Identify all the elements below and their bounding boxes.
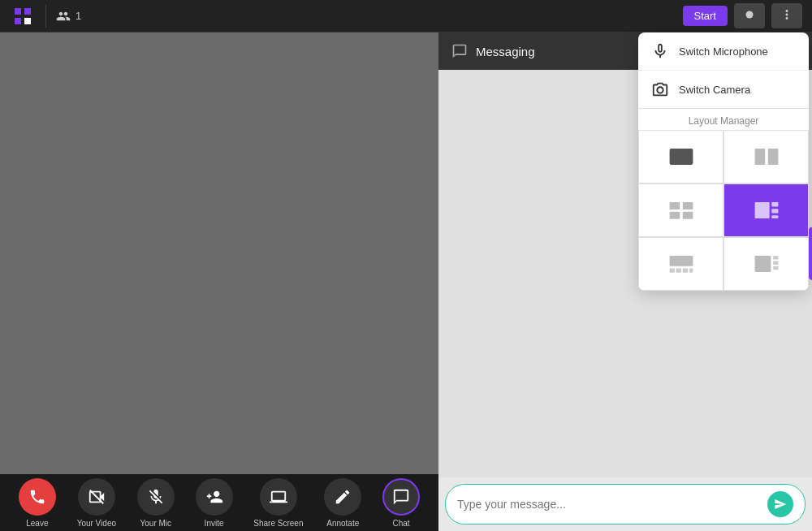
video-button[interactable]: Your Video [77,478,116,528]
svg-rect-18 [754,256,771,272]
layout-manager-label: Layout Manager [638,109,809,130]
topbar-divider [45,5,46,28]
svg-rect-6 [682,202,693,209]
svg-rect-11 [771,209,778,213]
chat-button[interactable]: Chat [382,478,420,528]
leave-label: Leave [26,519,48,528]
main-video-area [0,32,438,474]
invite-icon-circle [196,478,233,516]
messaging-label: Messaging [476,45,535,58]
record-button[interactable] [734,3,765,28]
feedback-tab[interactable]: Feedback [809,227,812,280]
switch-microphone-item[interactable]: Switch Microphone [638,32,809,71]
annotate-label: Annotate [326,519,359,528]
leave-button[interactable]: Leave [19,478,56,528]
layout-single[interactable] [638,130,723,183]
message-input[interactable] [457,498,761,511]
layout-single-icon [667,142,696,171]
annotate-icon-circle [324,478,361,516]
svg-rect-10 [771,202,778,206]
layout-filmstrip[interactable] [638,237,723,291]
svg-rect-3 [754,149,765,165]
more-options-button[interactable] [771,3,802,28]
participants-count: 1 [56,9,81,24]
svg-rect-12 [771,215,778,218]
svg-rect-21 [773,266,778,270]
svg-rect-9 [754,202,769,218]
svg-rect-7 [669,212,680,219]
share-label: Share Screen [253,519,303,528]
svg-rect-20 [773,261,778,265]
switch-microphone-label: Switch Microphone [679,45,768,58]
mic-button[interactable]: Your Mic [137,478,175,528]
layout-split-h-icon [752,142,781,171]
messaging-icon [451,43,468,59]
chat-icon-circle [382,478,420,516]
invite-button[interactable]: Invite [196,478,233,528]
mic-label: Your Mic [140,519,172,528]
invite-label: Invite [205,519,224,528]
svg-point-0 [746,11,754,19]
svg-rect-2 [669,149,693,165]
layout-grid-4[interactable] [638,183,723,237]
svg-rect-16 [682,268,687,272]
video-icon-circle [78,478,115,516]
layout-filmstrip-v-icon [752,249,781,278]
camera-icon [651,80,669,98]
bottom-toolbar: Leave Your Video Your Mic Invite Share S… [0,474,438,531]
share-screen-button[interactable]: Share Screen [253,478,303,528]
chat-label: Chat [392,519,409,528]
layout-filmstrip-icon [667,249,696,278]
svg-rect-19 [773,256,778,260]
dropdown-menu: Switch Microphone Switch Camera Layout M… [638,32,809,291]
svg-rect-17 [689,268,693,272]
microphone-icon [651,42,669,60]
svg-rect-5 [669,202,680,209]
layout-filmstrip-v[interactable] [723,237,809,291]
app-logo [10,3,36,29]
layout-split-h[interactable] [723,130,809,183]
share-icon-circle [260,478,297,516]
annotate-button[interactable]: Annotate [324,478,361,528]
svg-rect-13 [669,256,693,266]
svg-rect-8 [682,212,693,219]
svg-rect-14 [669,268,674,272]
svg-rect-15 [676,268,680,272]
layout-sidebar-icon [752,196,781,225]
mic-icon-circle [137,478,175,516]
svg-rect-4 [767,149,778,165]
message-input-wrapper [445,484,806,525]
start-button[interactable]: Start [683,6,728,26]
message-input-area [438,477,812,531]
switch-camera-label: Switch Camera [679,84,750,96]
layout-grid-4-icon [667,196,696,225]
layout-grid [638,130,809,291]
layout-sidebar[interactable] [723,183,809,237]
leave-icon-circle [19,478,56,516]
video-label: Your Video [77,519,116,528]
switch-camera-item[interactable]: Switch Camera [638,71,809,109]
top-bar: 1 Start [0,0,812,32]
send-button[interactable] [767,491,793,517]
